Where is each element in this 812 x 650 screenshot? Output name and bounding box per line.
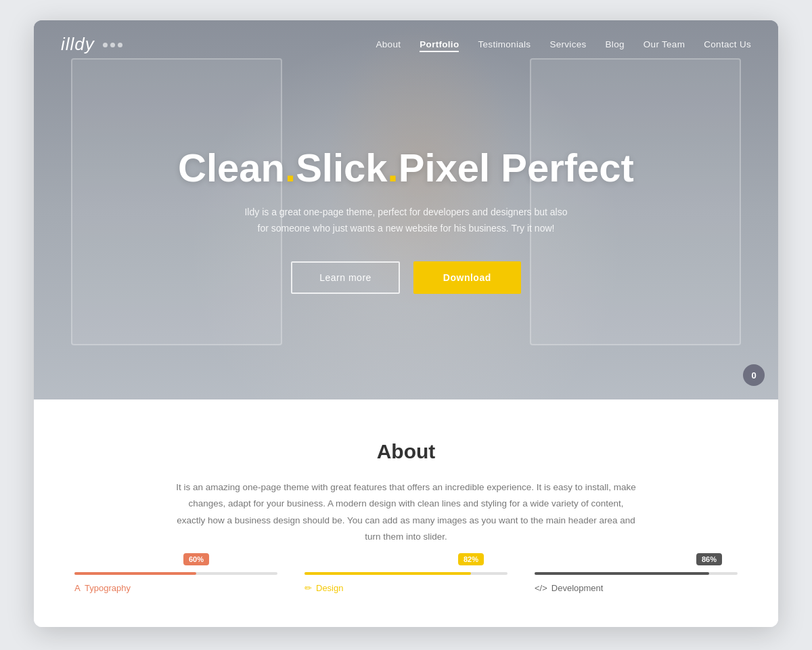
skill-badge-typography: 60%	[183, 553, 209, 565]
logo-dot-1	[103, 43, 108, 47]
nav-link-services[interactable]: Services	[549, 39, 586, 49]
hero-dot-2: .	[388, 146, 399, 190]
skill-name-typography: Typography	[85, 583, 131, 593]
nav-item-services[interactable]: Services	[549, 38, 586, 50]
nav-link-portfolio[interactable]: Portfolio	[420, 39, 459, 52]
logo-dots	[103, 43, 122, 47]
skill-badge-development: 86%	[696, 553, 722, 565]
nav-link-contact-us[interactable]: Contact Us	[704, 39, 751, 49]
development-icon: </>	[535, 583, 547, 593]
hero-title-clean: Clean	[178, 146, 285, 190]
about-title: About	[61, 440, 751, 463]
nav-link-our-team[interactable]: Our Team	[644, 39, 685, 49]
nav-item-portfolio[interactable]: Portfolio	[420, 38, 459, 50]
skill-design: 82% ✏ Design	[304, 572, 508, 593]
scroll-indicator[interactable]: 0	[743, 364, 765, 386]
nav-link-about[interactable]: About	[376, 39, 401, 49]
hero-section: illdy About Portfolio Testimonials	[34, 20, 778, 399]
nav-item-our-team[interactable]: Our Team	[644, 38, 685, 50]
skill-bar-fill-development: 86%	[535, 572, 709, 575]
skill-name-development: Development	[551, 583, 604, 593]
skill-label-typography: 𝖠 Typography	[74, 583, 277, 593]
logo-dot-3	[118, 43, 122, 47]
skills-row: 60% 𝖠 Typography 82% ✏ Design	[61, 572, 751, 593]
skill-development: 86% </> Development	[535, 572, 738, 593]
skill-bar-fill-design: 82%	[304, 572, 471, 575]
skill-name-design: Design	[316, 583, 343, 593]
hero-content: Clean.Slick.Pixel Perfect Ildy is a grea…	[34, 68, 778, 399]
download-button[interactable]: Download	[413, 261, 521, 294]
learn-more-button[interactable]: Learn more	[291, 261, 400, 294]
hero-buttons: Learn more Download	[291, 261, 520, 294]
design-icon: ✏	[304, 583, 312, 593]
nav-item-about[interactable]: About	[376, 38, 401, 50]
hero-title-slick: Slick	[296, 146, 387, 190]
navigation: illdy About Portfolio Testimonials	[34, 20, 778, 68]
hero-title-pixel: Pixel Perfect	[399, 146, 634, 190]
nav-item-blog[interactable]: Blog	[606, 38, 625, 50]
hero-subtitle: Ildy is a great one-page theme, perfect …	[244, 204, 568, 237]
about-description: It is an amazing one-page theme with gre…	[176, 479, 636, 545]
skill-bar-fill-typography: 60%	[74, 572, 196, 575]
skill-label-design: ✏ Design	[304, 583, 508, 593]
skill-badge-design: 82%	[458, 553, 484, 565]
typography-icon: 𝖠	[74, 583, 81, 593]
nav-links-list: About Portfolio Testimonials Services Bl…	[376, 38, 752, 50]
nav-link-testimonials[interactable]: Testimonials	[478, 39, 531, 49]
nav-link-blog[interactable]: Blog	[606, 39, 625, 49]
skill-bar-container-typography: 60%	[74, 572, 277, 575]
skill-bar-container-design: 82%	[304, 572, 508, 575]
site-logo[interactable]: illdy	[61, 34, 122, 55]
skill-label-development: </> Development	[535, 583, 738, 593]
hero-dot-1: .	[285, 146, 296, 190]
skill-bar-container-development: 86%	[535, 572, 738, 575]
browser-window: illdy About Portfolio Testimonials	[34, 20, 778, 627]
nav-item-testimonials[interactable]: Testimonials	[478, 38, 531, 50]
logo-text: illdy	[61, 34, 95, 54]
about-section: About It is an amazing one-page theme wi…	[34, 399, 778, 627]
hero-title: Clean.Slick.Pixel Perfect	[178, 146, 634, 190]
logo-dot-2	[110, 43, 115, 47]
skill-typography: 60% 𝖠 Typography	[74, 572, 277, 593]
nav-item-contact-us[interactable]: Contact Us	[704, 38, 751, 50]
